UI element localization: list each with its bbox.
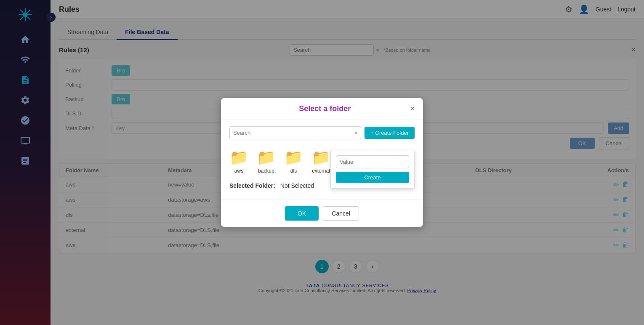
folder-aws-label: aws [234,168,243,174]
folder-dls-label: dls [290,168,297,174]
folder-aws-icon: 📁 [229,149,248,166]
create-folder-button[interactable]: + Create Folder [365,127,415,139]
create-folder-dropdown: Create [330,150,415,189]
folder-backup-label: backup [258,168,274,174]
folder-item-aws[interactable]: 📁 aws [229,149,248,174]
folder-external-label: external [312,168,330,174]
modal-close-button[interactable]: × [410,104,415,113]
modal-body: × + Create Folder Create 📁 aws 📁 backup [221,120,423,200]
modal-cancel-button[interactable]: Cancel [323,206,359,221]
select-folder-modal: Select a folder × × + Create Folder Crea… [221,98,423,227]
folder-item-external[interactable]: 📁 external [311,149,330,174]
modal-footer: OK Cancel [221,200,423,227]
folder-backup-icon: 📁 [257,149,276,166]
folder-dls-icon: 📁 [284,149,303,166]
modal-search-row: × + Create Folder Create [229,126,415,139]
folder-item-dls[interactable]: 📁 dls [284,149,303,174]
modal-title: Select a folder [240,104,410,113]
modal-search-clear-icon[interactable]: × [354,130,357,136]
create-folder-submit-button[interactable]: Create [336,172,409,183]
modal-header: Select a folder × [221,98,423,120]
modal-ok-button[interactable]: OK [285,206,319,221]
folder-item-backup[interactable]: 📁 backup [257,149,276,174]
modal-search-input[interactable] [233,128,354,138]
folder-external-icon: 📁 [311,149,330,166]
selected-folder-value: Not Selected [280,182,314,189]
selected-folder-label: Selected Folder: [229,182,275,189]
create-folder-name-input[interactable] [336,155,409,168]
